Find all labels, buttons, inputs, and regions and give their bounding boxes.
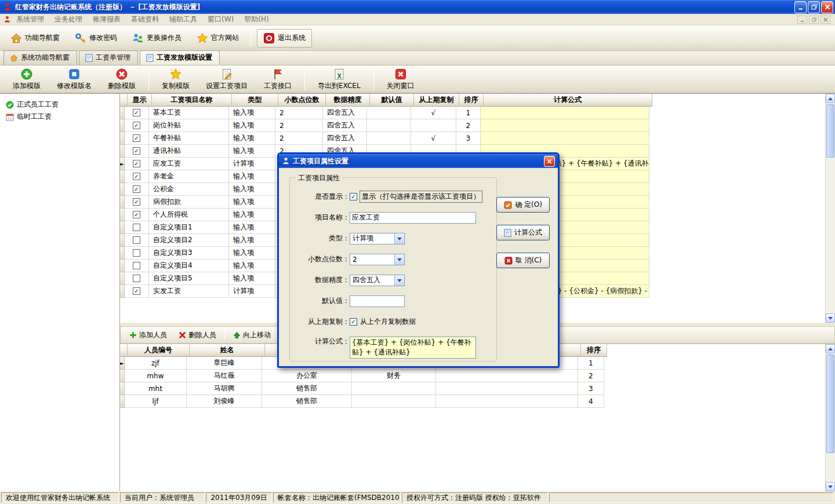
show-checkbox[interactable]: ✓ (133, 198, 140, 206)
default-value-input[interactable] (350, 295, 405, 307)
show-checkbox-label[interactable]: 显示（打勾选择是否显示该工资项目） (360, 191, 482, 203)
mdi-minimize-button[interactable] (797, 16, 807, 24)
cell-show: ✓ (125, 158, 149, 170)
scroll-thumb[interactable] (826, 355, 834, 453)
col-header-show[interactable]: 显示 (128, 94, 152, 107)
show-checkbox[interactable]: ✓ (133, 147, 140, 155)
col-header-formula[interactable]: 计算公式 (484, 94, 652, 107)
col-header-order[interactable]: 排序 (581, 344, 607, 357)
show-checkbox[interactable]: ✓ (133, 275, 140, 282)
mdi-close-button[interactable] (821, 16, 830, 24)
exit-system-button[interactable]: 退出系统 (257, 29, 312, 48)
export-excel-button[interactable]: X 导出到EXCEL (311, 67, 368, 92)
item-name-input[interactable] (350, 212, 476, 224)
precision-dropdown[interactable]: 四舍五入 (350, 275, 405, 286)
set-salary-items-button[interactable]: 设置工资项目 (199, 67, 255, 92)
show-checkbox[interactable]: ✓ (133, 211, 140, 218)
tab-nav-window[interactable]: 系统功能导航窗 (3, 50, 77, 65)
switch-operator-button[interactable]: 更换操作员 (126, 30, 187, 47)
dialog-close-button[interactable] (544, 156, 555, 167)
type-dropdown[interactable]: 计算项 (350, 233, 405, 244)
show-checkbox[interactable]: ✓ (133, 249, 140, 257)
menu-item[interactable]: 业务处理 (49, 13, 88, 25)
nav-window-button[interactable]: 功能导航窗 (5, 30, 66, 47)
salary-table-row[interactable]: ► ✓ 岗位补贴 输入项 2 四舍五入 2 (120, 119, 825, 132)
menu-item[interactable]: 窗口(W) (202, 13, 239, 25)
restore-button[interactable] (808, 1, 820, 13)
scroll-thumb[interactable] (826, 104, 834, 158)
show-checkbox[interactable]: ✓ (133, 160, 140, 167)
scroll-track[interactable] (826, 353, 835, 482)
copy-template-button[interactable]: 复制模版 (155, 67, 197, 92)
col-header-copy-prev[interactable]: 从上期复制 (414, 94, 459, 107)
cancel-button[interactable]: 取 消(C) (496, 253, 550, 268)
tree-item-temp-staff[interactable]: 临时工工资 (2, 111, 117, 123)
menu-item[interactable]: 系统管理 (11, 13, 49, 25)
salary-table-row[interactable]: ► ✓ 午餐补贴 输入项 2 四舍五入 √ 3 (120, 132, 825, 145)
chevron-down-icon[interactable] (394, 254, 404, 265)
salary-table-scrollbar[interactable] (825, 94, 835, 323)
chevron-down-icon[interactable] (394, 233, 404, 244)
add-template-button[interactable]: 添加模版 (6, 67, 48, 92)
tab-payroll-management[interactable]: 工资单管理 (79, 50, 138, 65)
toolbar-separator (251, 30, 251, 47)
official-website-button[interactable]: 官方网站 (191, 30, 245, 47)
close-button[interactable] (821, 1, 833, 13)
scroll-up-button[interactable] (826, 344, 835, 353)
menu-item[interactable]: 账簿报表 (88, 13, 126, 25)
col-header-person-code[interactable]: 人员编号 (128, 344, 190, 357)
show-checkbox[interactable]: ✓ (133, 224, 140, 231)
person-table-row[interactable]: ► mht 马胡腾 销售部 3 (120, 382, 825, 395)
decimals-dropdown[interactable]: 2 (350, 254, 405, 265)
delete-template-button[interactable]: 删除模版 (101, 67, 143, 92)
col-header-person-name[interactable]: 姓名 (190, 344, 265, 357)
person-table-row[interactable]: ► mhw 马红薇 办公室 财务 2 (120, 370, 825, 382)
show-checkbox[interactable]: ✓ (133, 287, 140, 295)
col-header-default[interactable]: 默认值 (370, 94, 414, 107)
scroll-up-button[interactable] (826, 94, 835, 103)
salary-table-row[interactable]: ► ✓ 基本工资 输入项 2 四舍五入 √ 1 (120, 107, 825, 119)
col-header-type[interactable]: 类型 (232, 94, 278, 107)
remove-person-button[interactable]: 删除人员 (173, 328, 222, 342)
mdi-restore-button[interactable] (809, 16, 819, 24)
col-header-item-name[interactable]: 工资项目名称 (152, 94, 232, 107)
menu-item[interactable]: 帮助(H) (239, 13, 274, 25)
person-table-scrollbar[interactable] (825, 344, 835, 491)
person-table-row[interactable]: ► ljf 刘俊峰 销售部 4 (120, 395, 825, 408)
col-header-order[interactable]: 排序 (459, 94, 484, 107)
formula-button[interactable]: 计算公式 (496, 225, 550, 240)
field-item-name: 项目名称： (290, 211, 496, 224)
add-person-button[interactable]: 添加人员 (124, 328, 172, 342)
tree-item-regular-staff[interactable]: 正式员工工资 (2, 98, 117, 111)
menu-item[interactable]: 辅助工具 (164, 13, 202, 25)
show-checkbox[interactable]: ✓ (133, 134, 140, 142)
show-checkbox[interactable]: ✓ (133, 262, 140, 269)
show-checkbox[interactable]: ✓ (133, 122, 140, 129)
menu-item[interactable]: 基础资料 (126, 13, 164, 25)
formula-input[interactable]: {基本工资} + {岗位补贴} + {午餐补贴} + {通讯补贴} (350, 337, 476, 359)
show-checkbox[interactable]: ✓ (350, 193, 357, 200)
cell-type: 输入项 (229, 260, 275, 272)
col-header-precision[interactable]: 数据精度 (326, 94, 370, 107)
close-window-button[interactable]: 关闭窗口 (380, 67, 422, 92)
move-up-button[interactable]: 向上移动 (228, 328, 276, 342)
scroll-track[interactable] (826, 103, 835, 313)
star-icon (197, 32, 208, 44)
scroll-down-button[interactable] (826, 313, 835, 323)
salary-interface-button[interactable]: 工资接口 (257, 67, 299, 92)
chevron-down-icon[interactable] (394, 275, 404, 286)
scroll-down-button[interactable] (826, 482, 835, 491)
col-header-decimals[interactable]: 小数点位数 (278, 94, 326, 107)
cell-item-name: 自定义项目2 (149, 234, 229, 247)
ok-button[interactable]: 确 定(O) (496, 197, 550, 213)
rename-template-button[interactable]: 修改模版名 (50, 67, 99, 92)
show-checkbox[interactable]: ✓ (133, 185, 140, 193)
copy-prev-checkbox-label[interactable]: 从上个月复制数据 (360, 317, 416, 327)
tab-salary-template-settings[interactable]: 工资发放模版设置 (140, 50, 220, 65)
change-password-button[interactable]: 修改密码 (69, 30, 123, 47)
show-checkbox[interactable]: ✓ (133, 236, 140, 244)
show-checkbox[interactable]: ✓ (133, 109, 140, 116)
show-checkbox[interactable]: ✓ (133, 173, 140, 180)
copy-prev-checkbox[interactable]: ✓ (350, 318, 357, 326)
minimize-button[interactable] (794, 1, 807, 13)
